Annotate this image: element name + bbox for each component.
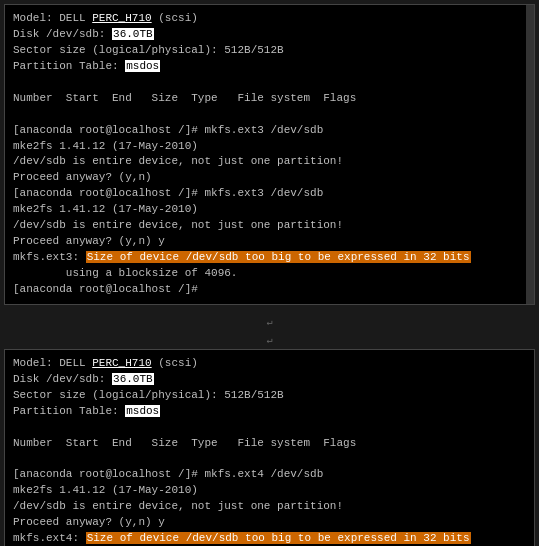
line-mke2fs1-top: mke2fs 1.41.12 (17-May-2010) [13,139,526,155]
line-mke2fs1-bottom: mke2fs 1.41.12 (17-May-2010) [13,483,526,499]
line-disk-top: Disk /dev/sdb: 36.0TB [13,27,526,43]
line-header-bottom: Number Start End Size Type File system F… [13,436,526,452]
main-container: Model: DELL PERC_H710 (scsi) Disk /dev/s… [0,0,539,546]
line-empty-top1 [13,75,526,91]
line-header-top: Number Start End Size Type File system F… [13,91,526,107]
model-name-top: PERC_H710 [92,12,151,24]
line-error1-top: mkfs.ext3: Size of device /dev/sdb too b… [13,250,526,266]
disk-size-top: 36.0TB [112,28,154,40]
line-proceed1-top: Proceed anyway? (y,n) [13,170,526,186]
line-cmd2-top: [anaconda root@localhost /]# mkfs.ext3 /… [13,186,526,202]
partition-table-bottom: msdos [125,405,160,417]
line-proceed2-top: Proceed anyway? (y,n) y [13,234,526,250]
line-device1-bottom: /dev/sdb is entire device, not just one … [13,499,526,515]
scrollbar-top[interactable] [526,5,534,304]
divider: ↵ [4,313,535,331]
divider2: ↵ [4,331,535,349]
terminal-panel-bottom[interactable]: Model: DELL PERC_H710 (scsi) Disk /dev/s… [4,349,535,546]
error-message-top: Size of device /dev/sdb too big to be ex… [86,251,471,263]
line-disk-bottom: Disk /dev/sdb: 36.0TB [13,372,526,388]
line-sector-bottom: Sector size (logical/physical): 512B/512… [13,388,526,404]
line-sector-top: Sector size (logical/physical): 512B/512… [13,43,526,59]
error-message-bottom: Size of device /dev/sdb too big to be ex… [86,532,471,544]
line-cmd1-bottom: [anaconda root@localhost /]# mkfs.ext4 /… [13,467,526,483]
line-empty-top2 [13,107,526,123]
line-empty-bottom1 [13,420,526,436]
line-prompt-top: [anaconda root@localhost /]# [13,282,526,298]
line-proceed1-bottom: Proceed anyway? (y,n) y [13,515,526,531]
partition-table-top: msdos [125,60,160,72]
terminal-panel-top[interactable]: Model: DELL PERC_H710 (scsi) Disk /dev/s… [4,4,535,305]
line-device2-top: /dev/sdb is entire device, not just one … [13,218,526,234]
line-empty-bottom2 [13,452,526,468]
line-model-bottom: Model: DELL PERC_H710 (scsi) [13,356,526,372]
disk-size-bottom: 36.0TB [112,373,154,385]
line-error1-bottom: mkfs.ext4: Size of device /dev/sdb too b… [13,531,526,546]
line-partition-top: Partition Table: msdos [13,59,526,75]
line-error2-top: using a blocksize of 4096. [13,266,526,282]
line-device1-top: /dev/sdb is entire device, not just one … [13,154,526,170]
model-name-bottom: PERC_H710 [92,357,151,369]
line-cmd1-top: [anaconda root@localhost /]# mkfs.ext3 /… [13,123,526,139]
line-model-top: Model: DELL PERC_H710 (scsi) [13,11,526,27]
line-partition-bottom: Partition Table: msdos [13,404,526,420]
line-mke2fs2-top: mke2fs 1.41.12 (17-May-2010) [13,202,526,218]
